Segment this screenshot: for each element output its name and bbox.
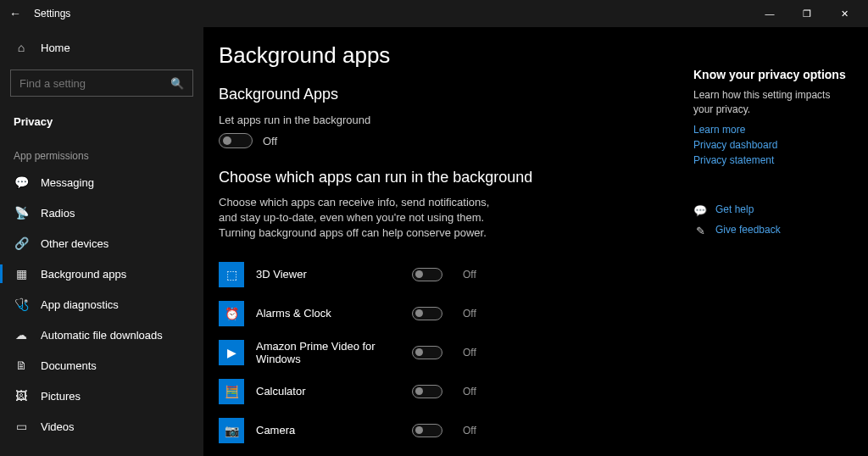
- titlebar: ← Settings — ❐ ✕: [0, 0, 868, 27]
- app-toggle[interactable]: [412, 346, 442, 359]
- sidebar-item-icon: 💬: [14, 175, 29, 189]
- app-toggle[interactable]: [412, 385, 442, 398]
- sidebar-section: App permissions: [0, 131, 203, 167]
- help-icon: 💬: [693, 204, 707, 217]
- sidebar-item-videos[interactable]: ▭Videos: [0, 411, 203, 442]
- sidebar-item-label: Automatic file downloads: [41, 329, 163, 342]
- sidebar-item-icon: 🗎: [14, 359, 29, 372]
- sidebar-item-icon: 🖼: [14, 389, 29, 403]
- app-row: ◯CortanaOff: [219, 450, 693, 456]
- app-toggle-label: Off: [463, 425, 476, 437]
- sidebar-item-label: Other devices: [41, 237, 108, 250]
- sidebar-item-label: Messaging: [41, 176, 94, 189]
- help-icon: ✎: [693, 225, 707, 237]
- right-link[interactable]: Privacy statement: [693, 154, 848, 166]
- app-icon: 🧮: [219, 379, 244, 404]
- sidebar-item-icon: ▭: [14, 420, 29, 433]
- help-link[interactable]: Get help: [715, 203, 754, 215]
- sidebar-item-label: Videos: [41, 420, 75, 433]
- right-column: Know your privacy options Learn how this…: [693, 42, 863, 456]
- master-toggle-label: Off: [263, 135, 277, 147]
- sidebar: ⌂ Home 🔍 Privacy App permissions 💬Messag…: [0, 27, 203, 456]
- close-button[interactable]: ✕: [826, 0, 863, 27]
- sidebar-item-icon: ☁: [14, 328, 29, 342]
- right-help-row[interactable]: ✎Give feedback: [693, 224, 848, 239]
- app-row: ▶Amazon Prime Video for WindowsOff: [219, 333, 693, 372]
- right-text: Learn how this setting impacts your priv…: [693, 88, 848, 117]
- app-toggle-label: Off: [463, 347, 476, 359]
- minimize-button[interactable]: —: [751, 0, 788, 27]
- sidebar-item-messaging[interactable]: 💬Messaging: [0, 167, 203, 197]
- search-box[interactable]: 🔍: [10, 70, 193, 97]
- sidebar-item-icon: ▦: [14, 267, 29, 281]
- app-toggle[interactable]: [412, 268, 442, 281]
- app-toggle[interactable]: [412, 424, 442, 437]
- search-input[interactable]: [19, 77, 164, 90]
- sidebar-item-icon: 📡: [14, 206, 29, 220]
- app-name: 3D Viewer: [256, 268, 400, 281]
- sidebar-item-icon: 🩺: [14, 298, 29, 311]
- app-icon: ⏰: [219, 301, 244, 326]
- search-icon: 🔍: [170, 77, 184, 90]
- sidebar-item-automatic-file-downloads[interactable]: ☁Automatic file downloads: [0, 320, 203, 350]
- app-icon: ⬚: [219, 262, 244, 287]
- sidebar-home-label: Home: [41, 42, 70, 54]
- window-title: Settings: [25, 8, 70, 19]
- sidebar-item-pictures[interactable]: 🖼Pictures: [0, 381, 203, 411]
- section2-title: Choose which apps can run in the backgro…: [219, 169, 693, 186]
- section2-desc: Choose which apps can receive info, send…: [219, 195, 507, 242]
- sidebar-category[interactable]: Privacy: [0, 107, 203, 131]
- back-button[interactable]: ←: [5, 7, 25, 20]
- app-toggle-label: Off: [463, 386, 476, 398]
- app-toggle[interactable]: [412, 307, 442, 320]
- app-name: Calculator: [256, 385, 400, 398]
- app-row: 📷CameraOff: [219, 411, 693, 450]
- right-heading: Know your privacy options: [693, 68, 848, 81]
- app-name: Alarms & Clock: [256, 307, 400, 320]
- master-toggle[interactable]: [219, 133, 253, 148]
- sidebar-item-label: Pictures: [41, 390, 81, 403]
- sidebar-item-app-diagnostics[interactable]: 🩺App diagnostics: [0, 289, 203, 320]
- maximize-button[interactable]: ❐: [788, 0, 826, 27]
- sidebar-item-background-apps[interactable]: ▦Background apps: [0, 259, 203, 289]
- home-icon: ⌂: [14, 41, 29, 54]
- help-link[interactable]: Give feedback: [715, 224, 781, 236]
- app-icon: ▶: [219, 340, 244, 365]
- sidebar-home[interactable]: ⌂ Home: [0, 32, 203, 63]
- sidebar-item-label: Documents: [41, 359, 97, 372]
- main-column: Background apps Background Apps Let apps…: [219, 42, 693, 456]
- app-row: ⬚3D ViewerOff: [219, 255, 693, 294]
- app-icon: 📷: [219, 418, 244, 443]
- sidebar-item-icon: 🔗: [14, 236, 29, 250]
- sidebar-item-label: Radios: [41, 207, 75, 220]
- sidebar-item-label: App diagnostics: [41, 298, 119, 311]
- sidebar-item-radios[interactable]: 📡Radios: [0, 197, 203, 228]
- app-name: Amazon Prime Video for Windows: [256, 340, 400, 365]
- sidebar-item-label: Background apps: [41, 268, 126, 281]
- app-row: ⏰Alarms & ClockOff: [219, 294, 693, 333]
- sidebar-item-other-devices[interactable]: 🔗Other devices: [0, 228, 203, 259]
- page-title: Background apps: [219, 42, 693, 69]
- app-toggle-label: Off: [463, 308, 476, 320]
- app-name: Camera: [256, 424, 400, 437]
- section1-desc: Let apps run in the background: [219, 114, 507, 126]
- right-link[interactable]: Learn more: [693, 124, 848, 136]
- section1-title: Background Apps: [219, 86, 693, 103]
- right-help-row[interactable]: 💬Get help: [693, 203, 848, 219]
- right-link[interactable]: Privacy dashboard: [693, 139, 848, 151]
- app-toggle-label: Off: [463, 269, 476, 281]
- app-row: 🧮CalculatorOff: [219, 372, 693, 411]
- sidebar-item-documents[interactable]: 🗎Documents: [0, 350, 203, 381]
